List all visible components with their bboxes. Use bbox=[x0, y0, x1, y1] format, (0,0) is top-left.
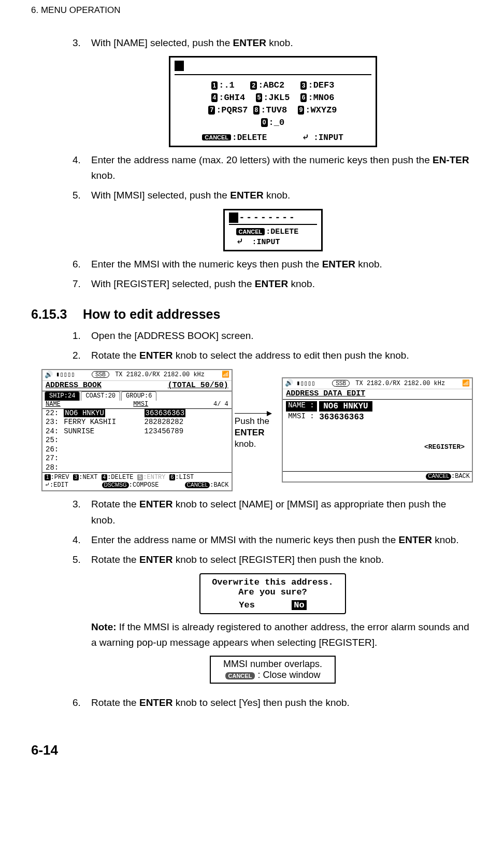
bar-indicator-icon: ▮▯▯▯▯ bbox=[56, 371, 75, 379]
table-row[interactable]: 26: bbox=[46, 445, 228, 455]
table-row[interactable]: 25: bbox=[46, 436, 228, 445]
step-a5: 5. With [MMSI] selected, push the ENTER … bbox=[73, 188, 473, 203]
screen-address-edit: 🔊 ▮▯▯▯▯ SSB TX 2182.0/RX 2182.00 kHz 📶 A… bbox=[282, 377, 473, 483]
speaker-icon: 🔊 bbox=[45, 371, 53, 379]
name-field-label: NAME : bbox=[286, 401, 317, 412]
foot-edit: :EDIT bbox=[50, 481, 68, 489]
confirm-no[interactable]: No bbox=[292, 600, 306, 610]
key-0-label: :_0 bbox=[269, 118, 285, 128]
section-title: How to edit addresses bbox=[83, 307, 220, 322]
figure-name-input: 1:.1 2:ABC2 3:DEF3 4:GHI4 5:JKL5 6:MNO6 … bbox=[169, 56, 377, 147]
key-3-label: :DEF3 bbox=[308, 80, 334, 90]
cancel-key-icon: CANCEL bbox=[225, 672, 255, 679]
screen1-subtitle: (TOTAL 50/50) bbox=[168, 381, 228, 391]
antenna-icon: 📶 bbox=[222, 371, 229, 379]
warning-line1: MMSI number overlaps. bbox=[223, 659, 322, 670]
table-row[interactable]: 24:SUNRISE123456789 bbox=[46, 427, 228, 436]
mmsi-field-value[interactable]: 363636363 bbox=[319, 412, 364, 422]
cancel-key-icon: CANCEL bbox=[185, 482, 210, 489]
step-a7: 7. With [REGISTER] selected, push the EN… bbox=[73, 276, 473, 292]
key-4-icon: 4 bbox=[211, 93, 218, 102]
step-b3-num: 3. bbox=[73, 497, 91, 528]
step-a4: 4. Enter the address name (max. 20 lette… bbox=[73, 152, 473, 184]
mmsi-placeholder: -------- bbox=[239, 212, 296, 223]
cancel-key-icon: CANCEL bbox=[236, 228, 265, 235]
key-5-label: :JKL5 bbox=[263, 93, 290, 103]
enter-arrow-icon: ⤶ bbox=[45, 481, 50, 489]
screen-address-book: 🔊 ▮▯▯▯▯ SSB TX 2182.0/RX 2182.00 kHz 📶 A… bbox=[41, 369, 233, 492]
foot-compose: :COMPOSE bbox=[129, 481, 159, 489]
key-9-icon: 9 bbox=[298, 106, 305, 115]
step-b2-text: Rotate the ENTER knob to select the addr… bbox=[91, 348, 473, 363]
step-b2: 2. Rotate the ENTER knob to select the a… bbox=[73, 348, 473, 363]
delete-label: :DELETE bbox=[232, 133, 267, 143]
key-3-icon: 3 bbox=[300, 81, 307, 90]
cursor-icon bbox=[229, 212, 238, 223]
page-number: 6-14 bbox=[31, 742, 473, 758]
step-b4-text: Enter the address name or MMSI with the … bbox=[91, 532, 473, 548]
step-b3: 3. Rotate the ENTER knob to select [NAME… bbox=[73, 497, 473, 528]
figure2-footer: CANCEL:DELETE ⤶ :INPUT bbox=[229, 227, 317, 248]
mmsi-input-field: -------- bbox=[229, 212, 317, 225]
freq-readout: TX 2182.0/RX 2182.00 kHz bbox=[115, 371, 205, 378]
step-a6: 6. Enter the MMSI with the numeric keys … bbox=[73, 257, 473, 272]
step-b5-text: Rotate the ENTER knob to select [REGISTE… bbox=[91, 552, 473, 568]
note-text: Note: If the MMSI is already registered … bbox=[91, 619, 473, 651]
confirm-dialog: Overwrite this address. Are you sure? Ye… bbox=[199, 573, 346, 614]
cancel-key-icon: CANCEL bbox=[426, 473, 451, 480]
antenna-icon: 📶 bbox=[462, 380, 470, 388]
key-2-label: :ABC2 bbox=[258, 80, 284, 90]
foot-back: :BACK bbox=[451, 473, 470, 480]
ssb-badge: SSB bbox=[92, 371, 109, 378]
key-9-label: :WXYZ9 bbox=[305, 105, 337, 115]
screen2-title: ADDRESS DATA EDIT bbox=[286, 389, 365, 399]
table-row[interactable]: 28: bbox=[46, 463, 228, 473]
step-a3-text: With [NAME] selected, push the ENTER kno… bbox=[91, 35, 473, 51]
step-a7-num: 7. bbox=[73, 276, 91, 292]
key-4-icon: 4 bbox=[102, 474, 108, 481]
confirm-yes[interactable]: Yes bbox=[239, 600, 255, 610]
foot-entry: :ENTRY bbox=[143, 474, 165, 481]
step-b3-text: Rotate the ENTER knob to select [NAME] o… bbox=[91, 497, 473, 528]
step-a4-text: Enter the address name (max. 20 letters)… bbox=[91, 152, 473, 184]
cursor-icon bbox=[175, 61, 184, 71]
key-8-label: :TUV8 bbox=[261, 105, 287, 115]
step-a3-num: 3. bbox=[73, 35, 91, 51]
ssb-badge: SSB bbox=[332, 380, 350, 387]
tab-group[interactable]: GROUP:6 bbox=[121, 391, 156, 401]
table-row[interactable]: 23:FERRY KASHII282828282 bbox=[46, 418, 228, 427]
name-input-field bbox=[175, 61, 371, 75]
warning-close-label: : Close window bbox=[257, 670, 320, 680]
arrow-icon bbox=[235, 413, 271, 414]
step-b6-num: 6. bbox=[73, 695, 91, 711]
confirm-line2: Are you sure? bbox=[212, 587, 334, 597]
key-5-icon: 5 bbox=[256, 93, 263, 102]
arrow-label: Push the ENTER knob. bbox=[235, 416, 280, 450]
step-a4-num: 4. bbox=[73, 152, 91, 184]
key-6-icon: 6 bbox=[300, 93, 307, 102]
tab-ship[interactable]: SHIP:24 bbox=[45, 391, 80, 401]
tab-coast[interactable]: COAST:20 bbox=[81, 391, 120, 401]
speaker-icon: 🔊 bbox=[285, 379, 293, 388]
table-row[interactable]: 27: bbox=[46, 454, 228, 463]
step-b6-text: Rotate the ENTER knob to select [Yes] th… bbox=[91, 695, 473, 711]
name-field-value[interactable]: NO6 HNKYU bbox=[319, 401, 372, 412]
input-label: :INPUT bbox=[313, 133, 343, 143]
col-name: NAME bbox=[46, 401, 133, 408]
step-b4: 4. Enter the address name or MMSI with t… bbox=[73, 532, 473, 548]
screen1-title: ADDRESS BOOK bbox=[46, 381, 102, 391]
register-button[interactable]: <REGISTER> bbox=[286, 443, 469, 451]
key-3-icon: 3 bbox=[73, 474, 79, 481]
tab-row: SHIP:24 COAST:20 GROUP:6 bbox=[42, 391, 232, 401]
foot-prev: :PREV bbox=[51, 474, 69, 481]
cancel-key-icon: CANCEL bbox=[202, 134, 231, 140]
foot-back: :BACK bbox=[210, 481, 228, 489]
dscmsg-key-icon: DSCMSG bbox=[102, 482, 129, 489]
table-row[interactable]: 22:NO6 HNKYU363636363 bbox=[46, 409, 228, 418]
key-5-icon: 5 bbox=[137, 474, 143, 481]
section-number: 6.15.3 bbox=[31, 307, 83, 322]
foot-next: :NEXT bbox=[79, 474, 97, 481]
key-2-icon: 2 bbox=[250, 81, 257, 90]
freq-readout: TX 2182.0/RX 2182.00 kHz bbox=[355, 380, 445, 387]
col-page: 4/ 4 bbox=[199, 401, 228, 408]
